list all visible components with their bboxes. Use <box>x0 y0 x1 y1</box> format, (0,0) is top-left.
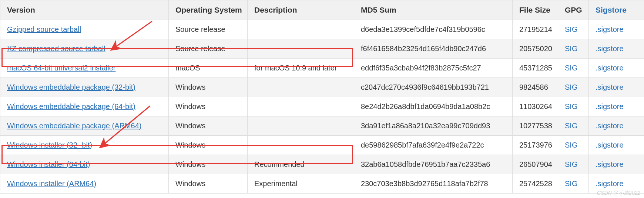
table-row: macOS 64-bit universal2 installermacOSfo… <box>0 59 644 78</box>
md5-cell: 8e24d2b26a8dbf1da0694b9da1a08b2c <box>354 97 513 116</box>
version-link[interactable]: Windows installer (ARM64) <box>7 179 96 188</box>
md5-cell: de59862985bf7afa639f2e4f9e2a722c <box>354 136 513 155</box>
gpg-link[interactable]: SIG <box>565 122 577 130</box>
description-cell: Recommended <box>248 155 354 174</box>
size-cell: 45371285 <box>513 59 558 78</box>
os-cell: Windows <box>169 155 248 174</box>
os-cell: Source release <box>169 20 248 39</box>
table-header-row: Version Operating System Description MD5… <box>0 0 644 20</box>
version-link[interactable]: Windows installer (32 -bit) <box>7 141 92 149</box>
col-sigstore: Sigstore <box>589 0 644 20</box>
md5-cell: c2047dc270c4936f9c64619bb193b721 <box>354 78 513 97</box>
md5-cell: 3da91ef1a86a8a210a32ea99c709dd93 <box>354 116 513 136</box>
table-body: Gzipped source tarballSource released6ed… <box>0 20 644 194</box>
os-cell: Windows <box>169 97 248 116</box>
version-link[interactable]: XZ compressed source tarball <box>7 44 105 53</box>
sigstore-link[interactable]: .sigstore <box>596 141 624 149</box>
size-cell: 10277538 <box>513 116 558 136</box>
gpg-link[interactable]: SIG <box>565 141 577 149</box>
sigstore-link[interactable]: .sigstore <box>596 122 624 130</box>
md5-cell: 230c703e3b8b3d92765d118afa7b2f78 <box>354 174 513 194</box>
col-md5: MD5 Sum <box>354 0 513 20</box>
description-cell <box>248 78 354 97</box>
os-cell: Windows <box>169 78 248 97</box>
col-version: Version <box>0 0 169 20</box>
os-cell: Windows <box>169 116 248 136</box>
table-row: Windows installer (64-bit)WindowsRecomme… <box>0 155 644 174</box>
sigstore-link[interactable]: .sigstore <box>596 25 624 33</box>
table-row: Windows embeddable package (64-bit)Windo… <box>0 97 644 116</box>
gpg-link[interactable]: SIG <box>565 44 577 53</box>
python-files-table: Version Operating System Description MD5… <box>0 0 644 194</box>
col-size: File Size <box>513 0 558 20</box>
os-cell: Source release <box>169 39 248 59</box>
size-cell: 20575020 <box>513 39 558 59</box>
size-cell: 9824586 <box>513 78 558 97</box>
sigstore-link[interactable]: .sigstore <box>596 83 624 91</box>
col-description: Description <box>248 0 354 20</box>
md5-cell: d6eda3e1399cef5dfde7c4f319b0596c <box>354 20 513 39</box>
description-cell <box>248 136 354 155</box>
version-link[interactable]: Windows embeddable package (64-bit) <box>7 102 135 110</box>
gpg-link[interactable]: SIG <box>565 83 577 91</box>
sigstore-link[interactable]: .sigstore <box>596 179 624 188</box>
os-cell: Windows <box>169 136 248 155</box>
table-row: Gzipped source tarballSource released6ed… <box>0 20 644 39</box>
version-link[interactable]: Gzipped source tarball <box>7 25 81 33</box>
os-cell: Windows <box>169 174 248 194</box>
table-row: XZ compressed source tarballSource relea… <box>0 39 644 59</box>
size-cell: 26507904 <box>513 155 558 174</box>
md5-cell: eddf6f35a3cbab94f2f83b2875c5fc27 <box>354 59 513 78</box>
description-cell <box>248 20 354 39</box>
gpg-link[interactable]: SIG <box>565 25 577 33</box>
size-cell: 25742528 <box>513 174 558 194</box>
gpg-link[interactable]: SIG <box>565 64 577 72</box>
md5-cell: f6f4616584b23254d165f4db90c247d6 <box>354 39 513 59</box>
table-row: Windows installer (ARM64)WindowsExperime… <box>0 174 644 194</box>
os-cell: macOS <box>169 59 248 78</box>
description-cell <box>248 39 354 59</box>
description-cell <box>248 116 354 136</box>
description-cell: Experimental <box>248 174 354 194</box>
sigstore-link[interactable]: .sigstore <box>596 64 624 72</box>
col-os: Operating System <box>169 0 248 20</box>
gpg-link[interactable]: SIG <box>565 179 577 188</box>
col-gpg: GPG <box>558 0 589 20</box>
sigstore-link[interactable]: .sigstore <box>596 102 624 110</box>
sigstore-link[interactable]: .sigstore <box>596 160 624 168</box>
md5-cell: 32ab6a1058dfbde76951b7aa7c2335a6 <box>354 155 513 174</box>
description-cell: for macOS 10.9 and later <box>248 59 354 78</box>
size-cell: 27195214 <box>513 20 558 39</box>
sigstore-link[interactable]: .sigstore <box>596 44 624 53</box>
version-link[interactable]: macOS 64-bit universal2 installer <box>7 64 115 72</box>
version-link[interactable]: Windows installer (64-bit) <box>7 160 90 168</box>
size-cell: 11030264 <box>513 97 558 116</box>
table-row: Windows embeddable package (ARM64)Window… <box>0 116 644 136</box>
gpg-link[interactable]: SIG <box>565 160 577 168</box>
gpg-link[interactable]: SIG <box>565 102 577 110</box>
size-cell: 25173976 <box>513 136 558 155</box>
version-link[interactable]: Windows embeddable package (ARM64) <box>7 122 142 130</box>
description-cell <box>248 97 354 116</box>
table-row: Windows installer (32 -bit)Windowsde5986… <box>0 136 644 155</box>
version-link[interactable]: Windows embeddable package (32-bit) <box>7 83 135 91</box>
table-row: Windows embeddable package (32-bit)Windo… <box>0 78 644 97</box>
